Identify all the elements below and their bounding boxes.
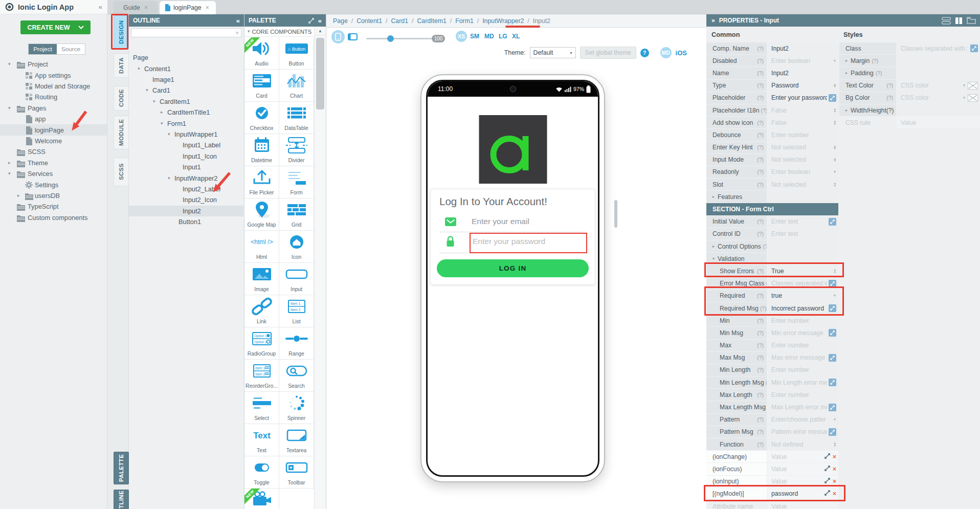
remove-binding-icon[interactable]: × [833,466,836,473]
sidebar-item-theme[interactable]: ▸Theme [0,158,107,168]
caret-down-icon[interactable]: ▾ [153,99,155,104]
outline-item-button1[interactable]: Button1 [129,216,243,227]
sidebar-item-app-settings[interactable]: App settings [0,70,107,80]
clear-search-icon[interactable]: × [236,30,239,36]
breakpoint-sm-button[interactable]: SM [470,33,479,40]
property-value-field[interactable]: Value [767,500,838,509]
color-swatch-empty[interactable] [968,82,978,90]
outline-item-input2_label[interactable]: Input2_Label [129,184,243,194]
expand-editor-icon[interactable] [829,280,836,287]
property-value-field[interactable]: True▲▼ [767,265,838,277]
palette-item-file-picker[interactable]: File Picker [244,166,279,198]
email-input-row[interactable]: Enter your email [439,213,586,232]
canvas-scrollbar-thumb[interactable] [614,200,617,228]
caret-down-icon[interactable]: ▾ [8,62,11,67]
breadcrumb-carditem1[interactable]: CardItem1 [417,17,446,25]
palette-item-toggle[interactable]: Toggle [244,456,279,489]
vertical-tab-outline[interactable]: OUTLINE [114,490,129,509]
stepper-icon[interactable]: ▲▼ [834,158,836,162]
remove-binding-icon[interactable]: × [833,490,836,497]
dropdown-arrow-icon[interactable]: ▼ [833,59,836,62]
outline-item-content1[interactable]: ▾Content1 [129,63,243,74]
property-value-field[interactable]: False▲▼ [767,104,838,116]
caret-right-icon[interactable]: ▸ [161,110,163,115]
palette-item-form[interactable]: Form [279,166,314,198]
sidebar-item-routing[interactable]: Routing [0,92,107,102]
palette-item-checkbox[interactable]: Checkbox [244,102,279,134]
caret-down-icon[interactable]: ▾ [8,106,11,110]
sidebar-item-pages[interactable]: ▾Pages [0,103,107,114]
breakpoint-xs-button[interactable]: XS [456,31,467,42]
palette-item-divider[interactable]: Divider [279,134,314,166]
open-editor-icon[interactable] [822,453,830,460]
stepper-icon[interactable]: ▲▼ [834,120,836,125]
property-value-field[interactable]: Enter number [767,364,838,376]
expand-editor-icon[interactable] [829,379,836,386]
zoom-slider-handle[interactable] [387,35,394,42]
property-value-field[interactable]: Pattern error messag [767,426,838,438]
vertical-tab-data[interactable]: DATA [114,53,129,78]
tab-source[interactable]: Source [57,44,85,54]
sidebar-item-typescript[interactable]: TypeScript [0,201,107,212]
property-value-field[interactable]: Password▲▼ [767,80,838,92]
caret-down-icon[interactable]: ▾ [161,121,163,126]
remove-binding-icon[interactable]: × [833,478,836,485]
property-value-field[interactable]: Enter/choose patter▼ [767,414,838,426]
sidebar-collapse-icon[interactable]: « [99,3,102,11]
expand-editor-icon[interactable] [829,329,836,337]
vertical-tab-module[interactable]: MODULE [114,116,129,149]
breadcrumb-inputwrapper2[interactable]: InputWrapper2 [482,17,524,25]
stepper-icon[interactable]: ▲▼ [834,145,836,150]
property-value-field[interactable]: Min Length error me [767,377,838,388]
outline-item-inputwrapper1[interactable]: ▾InputWrapper1 [129,129,243,140]
breakpoint-xl-button[interactable]: XL [512,33,520,40]
palette-item-range[interactable]: Range [279,327,314,360]
caret-right-icon[interactable]: ▸ [712,244,715,249]
stepper-icon[interactable]: ▲▼ [834,83,836,88]
tab-guide[interactable]: Guide× [114,1,158,14]
mode-md-button[interactable]: MD [660,47,672,58]
expand-editor-icon[interactable] [829,428,836,436]
vertical-tab-scss[interactable]: SCSS [114,158,129,186]
dropdown-arrow-icon[interactable]: ▼ [963,84,966,87]
collapse-panel-icon[interactable]: « [236,17,240,25]
palette-item-chart[interactable]: Chart [279,70,314,102]
device-phone-button[interactable] [331,30,345,43]
sidebar-item-custom-components[interactable]: Custom components [0,212,107,223]
palette-item-search[interactable]: Search [279,360,314,392]
outline-item-input1[interactable]: Input1 [129,162,243,172]
property-value-field[interactable]: Value× [767,476,838,488]
breadcrumb-content1[interactable]: Content1 [357,17,382,25]
palette-item-input[interactable]: Input [279,263,314,295]
outline-item-form1[interactable]: ▾Form1 [129,118,243,128]
vertical-tab-code[interactable]: CODE [114,86,129,110]
palette-item-grid[interactable]: Grid [279,198,314,231]
outline-item-input1_icon[interactable]: Input1_Icon [129,151,243,162]
property-value-field[interactable]: CSS color▼ [897,80,980,92]
expand-editor-icon[interactable] [970,45,978,52]
caret-down-icon[interactable]: ▾ [146,88,148,93]
create-new-button[interactable]: CREATE NEW [20,20,91,34]
caret-right-icon[interactable]: ▸ [17,193,20,198]
dropdown-arrow-icon[interactable]: ▼ [833,170,836,173]
color-swatch-empty[interactable] [968,94,978,102]
caret-down-icon[interactable]: ▾ [168,176,170,181]
property-value-field[interactable]: Enter number [767,315,838,326]
outline-item-input2_icon[interactable]: Input2_Icon [129,194,243,205]
login-button[interactable]: LOG IN [437,259,589,277]
caret-right-icon[interactable]: ▸ [712,194,715,199]
property-value-field[interactable]: Min error message [767,327,838,339]
sidebar-item-scss[interactable]: SCSS [0,146,107,157]
sidebar-item-loginpage[interactable]: loginPage [0,124,107,135]
breakpoint-lg-button[interactable]: LG [499,33,507,40]
property-value-field[interactable]: CSS color▼ [897,92,980,104]
property-value-field[interactable]: Input2 [767,67,838,79]
palette-item-audio[interactable]: AudioNEW [244,37,279,70]
remove-binding-icon[interactable]: × [833,453,836,460]
stepper-icon[interactable]: ▲▼ [834,108,836,113]
palette-item-button[interactable]: ⌂ ButtonButton [279,37,314,70]
outline-item-carditem1[interactable]: ▾CardItem1 [129,96,243,107]
zoom-slider-track[interactable] [366,38,432,39]
palette-item-image[interactable]: Image [244,263,279,295]
expand-editor-icon[interactable] [829,94,836,102]
